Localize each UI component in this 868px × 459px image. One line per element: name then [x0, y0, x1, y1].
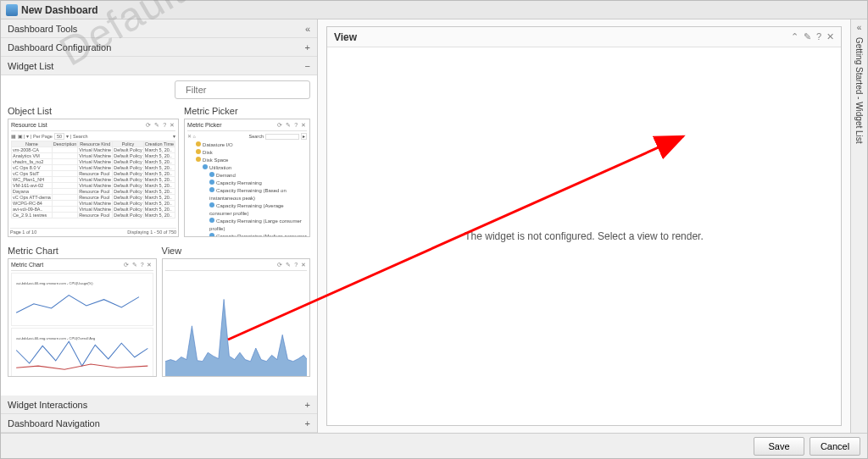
inner-title: Metric Chart: [11, 262, 43, 268]
per-page-value: 50: [54, 133, 64, 140]
toolbar-icons: ▦ ▣ | ▾ |: [11, 134, 31, 139]
picker-tool-icons: ✕ ⌂: [187, 134, 196, 139]
widget-thumbs-row2: Metric Chart Metric Chart ⟳ ✎ ? ✕ avi-bd…: [1, 244, 317, 384]
thumb-metric-chart[interactable]: Metric Chart Metric Chart ⟳ ✎ ? ✕ avi-bd…: [8, 244, 157, 377]
widget-list-body: Object List Resource List ⟳ ✎ ? ✕ ▦ ▣ | …: [1, 75, 317, 395]
thumb-body: Metric Picker ⟳ ✎ ? ✕ ✕ ⌂ Search ▸ Datas…: [184, 119, 310, 237]
section-label: Dashboard Navigation: [8, 414, 100, 433]
section-widget-interactions[interactable]: Widget Interactions +: [1, 395, 317, 414]
chart-title-1: avi-bdd-avi-66.eng.vmware.com - CPU|Usag…: [16, 281, 93, 285]
search-label: Search: [73, 134, 87, 139]
view-panel: View ⌃ ✎ ? ✕ The widget is not configure…: [326, 26, 842, 426]
widget-thumbs-row1: Object List Resource List ⟳ ✎ ? ✕ ▦ ▣ | …: [1, 104, 317, 244]
close-icon[interactable]: ✕: [826, 31, 834, 42]
thumb-title: View: [162, 246, 311, 256]
thumb-title: Metric Picker: [184, 106, 310, 116]
window: DefaultReasoning.com New Dashboard Dashb…: [0, 0, 868, 459]
filter-input[interactable]: [184, 84, 304, 96]
section-dashboard-config[interactable]: Dashboard Configuration +: [1, 38, 317, 57]
right-sidebar[interactable]: « Getting Started - Widget List: [850, 19, 867, 433]
thumb-title: Object List: [8, 106, 179, 116]
sidebar-label: Getting Started - Widget List: [854, 37, 864, 144]
mini-chart-1: avi-bdd-avi-66.eng.vmware.com - CPU|Usag…: [11, 273, 153, 326]
section-widget-list[interactable]: Widget List −: [1, 57, 317, 75]
help-icon[interactable]: ?: [816, 31, 821, 42]
thumb-body: Resource List ⟳ ✎ ? ✕ ▦ ▣ | ▾ | Per Page…: [8, 119, 179, 237]
left-panel: Dashboard Tools « Dashboard Configuratio…: [1, 19, 318, 433]
thumb-view[interactable]: View ⟳ ✎ ? ✕: [162, 244, 311, 377]
section-label: Dashboard Configuration: [8, 38, 111, 57]
chart-title-2: avi-bdd-avi-66.eng.vmware.com - CPU|Over…: [16, 336, 96, 340]
thumb-metric-picker[interactable]: Metric Picker Metric Picker ⟳ ✎ ? ✕ ✕ ⌂ …: [184, 104, 310, 237]
per-page-label: Per Page: [33, 134, 53, 139]
expand-icon[interactable]: «: [857, 23, 862, 32]
thumb-title: Metric Chart: [8, 246, 157, 256]
right-area: View ⌃ ✎ ? ✕ The widget is not configure…: [318, 19, 850, 433]
panel-actions: ⌃ ✎ ? ✕: [791, 31, 834, 42]
thumb-tool-icons: ⟳ ✎ ? ✕: [277, 262, 307, 268]
view-panel-body: The widget is not configured. Select a v…: [327, 47, 841, 425]
body: Dashboard Tools « Dashboard Configuratio…: [1, 19, 867, 433]
metric-tree: Datastore I/ODiskDisk SpaceUtilizationDe…: [187, 141, 307, 237]
footer: Save Cancel: [1, 433, 867, 458]
app-icon: [6, 4, 18, 16]
plus-icon: +: [305, 395, 310, 414]
object-list-table: NameDescriptionResource KindPolicyCreati…: [11, 141, 175, 218]
go-icon: ▸: [301, 133, 307, 140]
inner-title: Resource List: [11, 122, 47, 129]
edit-icon[interactable]: ✎: [804, 31, 811, 42]
empty-message: The widget is not configured. Select a v…: [465, 230, 704, 242]
plus-icon: +: [305, 38, 310, 57]
search-label: Search: [249, 134, 264, 139]
thumb-body: ⟳ ✎ ? ✕: [162, 258, 311, 377]
section-label: Dashboard Tools: [8, 19, 77, 38]
mini-area-chart: [165, 273, 308, 377]
inner-title: Metric Picker: [187, 122, 221, 129]
search-box: [265, 134, 299, 140]
thumb-tool-icons: ⟳ ✎ ? ✕: [146, 122, 175, 129]
thumb-tool-icons: ⟳ ✎ ? ✕: [124, 262, 153, 268]
save-button[interactable]: Save: [754, 437, 804, 456]
thumb-tool-icons: ⟳ ✎ ? ✕: [277, 122, 307, 129]
paging-left: Page 1 of 10: [10, 230, 36, 235]
filterbar: [1, 75, 317, 104]
cancel-button[interactable]: Cancel: [810, 437, 860, 456]
thumb-body: Metric Chart ⟳ ✎ ? ✕ avi-bdd-avi-66.eng.…: [8, 258, 157, 377]
view-panel-header: View ⌃ ✎ ? ✕: [327, 27, 841, 47]
collapse-icon[interactable]: ⌃: [791, 31, 798, 42]
panel-title: View: [334, 31, 357, 43]
plus-icon: +: [305, 414, 310, 433]
minus-icon: −: [305, 57, 310, 75]
titlebar: New Dashboard: [1, 1, 867, 19]
paging-right: Displaying 1 - 50 of 750: [127, 230, 176, 235]
thumb-object-list[interactable]: Object List Resource List ⟳ ✎ ? ✕ ▦ ▣ | …: [8, 104, 179, 237]
section-label: Widget Interactions: [8, 395, 87, 414]
mini-chart-2: avi-bdd-avi-66.eng.vmware.com - CPU|Over…: [11, 328, 153, 377]
section-dashboard-navigation[interactable]: Dashboard Navigation +: [1, 414, 317, 433]
filter-input-wrapper[interactable]: [175, 80, 310, 99]
collapse-icon: «: [305, 19, 310, 38]
section-label: Widget List: [8, 57, 53, 75]
section-dashboard-tools[interactable]: Dashboard Tools «: [1, 19, 317, 38]
window-title: New Dashboard: [21, 1, 98, 19]
